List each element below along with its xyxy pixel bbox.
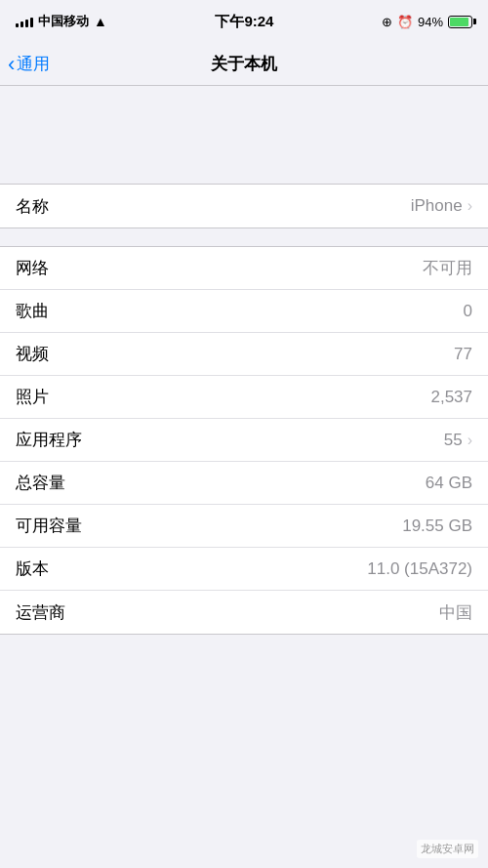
row-value-carrier: 中国	[439, 601, 472, 624]
row-value-name: iPhone ›	[411, 196, 472, 216]
row-label-network: 网络	[16, 257, 49, 279]
row-value-available: 19.55 GB	[402, 517, 472, 536]
chevron-icon: ›	[468, 432, 472, 449]
charging-icon: ⊕	[382, 15, 392, 29]
battery-fill	[450, 18, 468, 26]
row-label-apps: 应用程序	[16, 429, 82, 451]
battery	[448, 16, 472, 28]
row-label-available: 可用容量	[16, 515, 82, 537]
signal-bar-3	[25, 20, 28, 27]
row-value-name-text: iPhone	[411, 196, 463, 216]
battery-container	[448, 16, 472, 28]
section-info: 网络 不可用 歌曲 0 视频 77 照片 2,537 应用程序 55 › 总容量…	[0, 246, 488, 635]
row-label-capacity: 总容量	[16, 472, 65, 494]
back-label: 通用	[17, 53, 50, 75]
table-row[interactable]: 名称 iPhone ›	[0, 185, 488, 227]
table-row: 可用容量 19.55 GB	[0, 505, 488, 548]
table-row: 版本 11.0 (15A372)	[0, 548, 488, 591]
table-row: 照片 2,537	[0, 376, 488, 419]
row-label-version: 版本	[16, 558, 49, 580]
chevron-icon: ›	[468, 197, 472, 215]
scroll-content: 名称 iPhone › 网络 不可用 歌曲 0 视频 77 照片 2,537 应…	[0, 86, 488, 868]
section-gap-1	[0, 228, 488, 246]
table-row: 视频 77	[0, 333, 488, 376]
signal-bars	[16, 16, 33, 27]
top-spacer	[0, 86, 488, 184]
row-value-capacity: 64 GB	[426, 474, 472, 493]
section-name: 名称 iPhone ›	[0, 184, 488, 228]
row-value-apps-text: 55	[444, 431, 463, 450]
page-title: 关于本机	[211, 53, 277, 75]
status-left: 中国移动 ▲	[16, 13, 107, 30]
row-value-network: 不可用	[423, 257, 472, 279]
nav-bar: ‹ 通用 关于本机	[0, 43, 488, 86]
watermark: 龙城安卓网	[417, 840, 478, 858]
wifi-icon: ▲	[94, 14, 107, 29]
row-label-songs: 歌曲	[16, 300, 49, 322]
carrier-label: 中国移动	[38, 13, 89, 30]
status-right: ⊕ ⏰ 94%	[382, 15, 472, 29]
table-row: 运营商 中国	[0, 591, 488, 634]
status-bar: 中国移动 ▲ 下午9:24 ⊕ ⏰ 94%	[0, 0, 488, 43]
table-row: 网络 不可用	[0, 247, 488, 290]
row-value-apps: 55 ›	[444, 431, 472, 450]
signal-bar-4	[30, 18, 33, 27]
alarm-icon: ⏰	[397, 15, 413, 29]
row-label-videos: 视频	[16, 343, 49, 365]
status-time: 下午9:24	[215, 13, 273, 31]
signal-bar-1	[16, 23, 19, 27]
table-row: 歌曲 0	[0, 290, 488, 333]
table-row[interactable]: 应用程序 55 ›	[0, 419, 488, 462]
row-value-songs: 0	[464, 302, 472, 321]
row-label-carrier: 运营商	[16, 601, 65, 624]
row-label-photos: 照片	[16, 386, 49, 408]
signal-bar-2	[20, 21, 23, 27]
back-chevron-icon: ‹	[8, 54, 15, 75]
row-value-videos: 77	[454, 345, 472, 364]
back-button[interactable]: ‹ 通用	[8, 53, 50, 75]
row-label-name: 名称	[16, 195, 49, 218]
row-value-photos: 2,537	[430, 388, 472, 407]
table-row: 总容量 64 GB	[0, 462, 488, 505]
row-value-version: 11.0 (15A372)	[367, 559, 472, 579]
battery-percent: 94%	[418, 15, 443, 29]
